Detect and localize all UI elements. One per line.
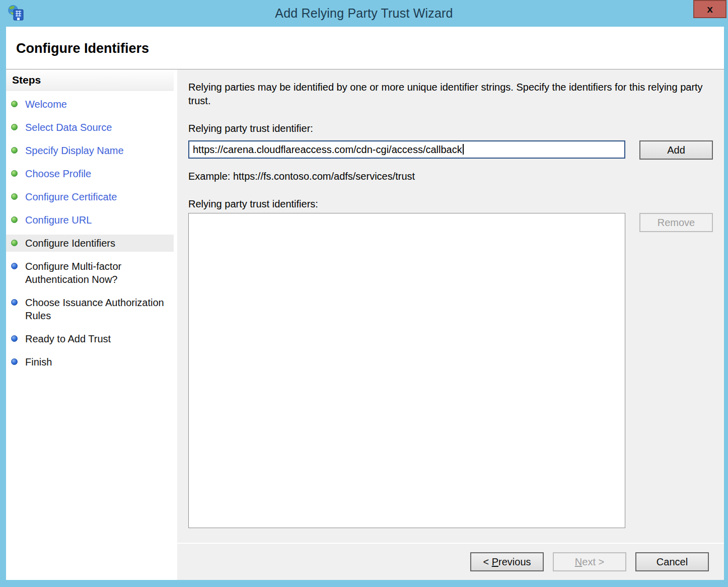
intro-text: Relying parties may be identified by one… bbox=[188, 81, 703, 108]
step-configure-multifactor: Configure Multi-factor Authentication No… bbox=[6, 258, 174, 288]
step-welcome[interactable]: Welcome bbox=[6, 96, 174, 113]
main-pane: Relying parties may be identified by one… bbox=[177, 69, 724, 543]
identifiers-list-label: Relying party trust identifiers: bbox=[188, 198, 724, 210]
steps-list: Welcome Select Data Source Specify Displ… bbox=[6, 91, 174, 371]
step-completed-dot-icon bbox=[11, 170, 18, 177]
steps-heading: Steps bbox=[6, 69, 174, 91]
step-completed-dot-icon bbox=[11, 216, 18, 223]
step-completed-dot-icon bbox=[11, 193, 18, 200]
step-choose-issuance-rules: Choose Issuance Authorization Rules bbox=[6, 294, 174, 324]
page-title: Configure Identifiers bbox=[16, 41, 724, 56]
remove-button[interactable]: Remove bbox=[639, 213, 713, 232]
window-title: Add Relying Party Trust Wizard bbox=[0, 0, 728, 27]
cancel-button[interactable]: Cancel bbox=[635, 552, 709, 571]
identifiers-listbox[interactable] bbox=[188, 213, 625, 528]
relying-party-identifier-input[interactable]: https://carena.cloudflareaccess.com/cdn-… bbox=[188, 140, 625, 159]
main-column: Relying parties may be identified by one… bbox=[177, 69, 724, 580]
close-icon: x bbox=[707, 3, 713, 15]
wizard-dialog: Configure Identifiers Steps Welcome Sele… bbox=[6, 27, 724, 580]
text-cursor bbox=[463, 144, 464, 155]
step-configure-certificate[interactable]: Configure Certificate bbox=[6, 188, 174, 205]
close-button[interactable]: x bbox=[693, 0, 726, 18]
step-configure-identifiers[interactable]: Configure Identifiers bbox=[6, 235, 174, 252]
steps-sidebar: Steps Welcome Select Data Source Specify… bbox=[6, 69, 174, 580]
next-button[interactable]: Next > bbox=[553, 552, 626, 571]
step-upcoming-dot-icon bbox=[11, 335, 18, 342]
step-finish: Finish bbox=[6, 353, 174, 371]
step-completed-dot-icon bbox=[11, 240, 18, 246]
step-specify-display-name[interactable]: Specify Display Name bbox=[6, 142, 174, 159]
identifier-input-value: https://carena.cloudflareaccess.com/cdn-… bbox=[193, 144, 462, 155]
content-area: Steps Welcome Select Data Source Specify… bbox=[6, 69, 724, 580]
identifier-input-row: https://carena.cloudflareaccess.com/cdn-… bbox=[188, 140, 724, 160]
step-ready-to-add-trust: Ready to Add Trust bbox=[6, 330, 174, 347]
previous-button[interactable]: < Previous bbox=[470, 552, 544, 571]
step-completed-dot-icon bbox=[11, 147, 18, 154]
step-configure-url[interactable]: Configure URL bbox=[6, 211, 174, 229]
titlebar: Add Relying Party Trust Wizard x bbox=[0, 0, 728, 27]
identifiers-list-row: Remove bbox=[188, 213, 724, 528]
identifier-field-label: Relying party trust identifier: bbox=[188, 123, 724, 134]
example-text: Example: https://fs.contoso.com/adfs/ser… bbox=[188, 171, 724, 182]
page-header: Configure Identifiers bbox=[6, 27, 724, 69]
step-completed-dot-icon bbox=[11, 124, 18, 130]
step-choose-profile[interactable]: Choose Profile bbox=[6, 165, 174, 182]
step-upcoming-dot-icon bbox=[11, 263, 18, 269]
add-button[interactable]: Add bbox=[639, 140, 713, 160]
step-completed-dot-icon bbox=[11, 101, 18, 107]
step-select-data-source[interactable]: Select Data Source bbox=[6, 119, 174, 136]
footer-button-bar: < Previous Next > Cancel bbox=[177, 543, 724, 580]
step-upcoming-dot-icon bbox=[11, 299, 18, 306]
step-upcoming-dot-icon bbox=[11, 358, 18, 365]
